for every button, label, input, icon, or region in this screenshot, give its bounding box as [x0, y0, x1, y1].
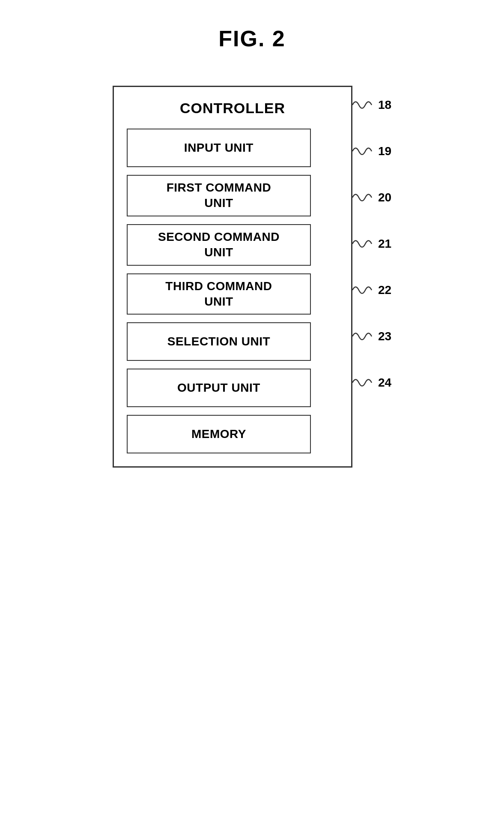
- third-command-unit-box: THIRD COMMANDUNIT: [127, 273, 311, 315]
- memory-label: MEMORY: [191, 426, 246, 442]
- selection-unit-label: SELECTION UNIT: [167, 334, 270, 349]
- ref-18: 18: [378, 98, 391, 112]
- ref-23: 23: [378, 330, 391, 343]
- connector-21: 21: [352, 225, 391, 263]
- second-command-unit-box: SECOND COMMANDUNIT: [127, 224, 311, 266]
- wavy-line-18: [352, 99, 376, 111]
- selection-unit-box: SELECTION UNIT: [127, 322, 311, 361]
- output-unit-label: OUTPUT UNIT: [177, 380, 260, 396]
- connectors-column: 18 19 20 21 22: [352, 86, 391, 402]
- wavy-line-19: [352, 145, 376, 158]
- ref-22: 22: [378, 283, 391, 297]
- wavy-line-21: [352, 237, 376, 250]
- memory-box: MEMORY: [127, 415, 311, 453]
- wavy-line-23: [352, 330, 376, 343]
- input-unit-label: INPUT UNIT: [184, 140, 253, 156]
- output-unit-box: OUTPUT UNIT: [127, 369, 311, 407]
- input-unit-box: INPUT UNIT: [127, 129, 311, 167]
- connector-19: 19: [352, 132, 391, 171]
- ref-24: 24: [378, 376, 391, 390]
- connector-24: 24: [352, 363, 391, 402]
- connector-22: 22: [352, 271, 391, 309]
- third-command-unit-label: THIRD COMMANDUNIT: [165, 279, 272, 310]
- first-command-unit-label: FIRST COMMANDUNIT: [167, 180, 271, 211]
- figure-title: FIG. 2: [218, 26, 285, 51]
- ref-19: 19: [378, 144, 391, 158]
- controller-box: CONTROLLER INPUT UNIT FIRST COMMANDUNIT …: [113, 86, 352, 468]
- second-command-unit-label: SECOND COMMANDUNIT: [158, 229, 280, 261]
- first-command-unit-box: FIRST COMMANDUNIT: [127, 175, 311, 216]
- wavy-line-22: [352, 284, 376, 297]
- wavy-line-24: [352, 376, 376, 389]
- ref-20: 20: [378, 191, 391, 204]
- connector-20: 20: [352, 178, 391, 217]
- diagram-wrapper: CONTROLLER INPUT UNIT FIRST COMMANDUNIT …: [113, 86, 391, 468]
- controller-label: CONTROLLER: [127, 100, 338, 117]
- connector-18: 18: [352, 86, 391, 124]
- ref-21: 21: [378, 237, 391, 251]
- wavy-line-20: [352, 191, 376, 204]
- connector-23: 23: [352, 317, 391, 356]
